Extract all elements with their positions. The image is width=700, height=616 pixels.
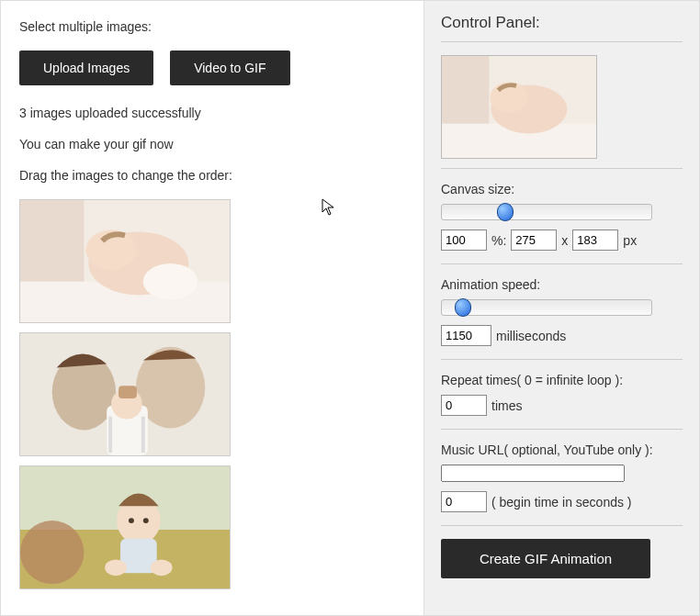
- canvas-size-section: Canvas size: %: x px: [441, 182, 683, 251]
- percent-suffix: %:: [491, 233, 506, 248]
- upload-status: 3 images uploaded successfully: [19, 106, 405, 120]
- animation-speed-section: Animation speed: milliseconds: [441, 277, 683, 346]
- music-label: Music URL( optional, YouTube only ):: [441, 442, 683, 457]
- select-label: Select multiple images:: [19, 19, 405, 34]
- svg-point-21: [105, 559, 127, 576]
- svg-point-5: [143, 263, 198, 299]
- canvas-size-slider[interactable]: [441, 204, 652, 220]
- repeat-section: Repeat times( 0 = infinite loop ): times: [441, 373, 683, 416]
- begin-time-input[interactable]: [441, 491, 487, 512]
- svg-point-19: [143, 518, 149, 523]
- canvas-width-input[interactable]: [511, 230, 557, 251]
- slider-thumb-icon[interactable]: [497, 203, 514, 221]
- svg-rect-11: [119, 386, 137, 398]
- panel-title: Control Panel:: [441, 14, 683, 32]
- divider: [441, 263, 683, 264]
- svg-point-22: [151, 559, 173, 576]
- speed-slider[interactable]: [441, 299, 652, 316]
- create-gif-button[interactable]: Create GIF Animation: [441, 539, 650, 578]
- control-panel: Control Panel: Canvas size: %: x: [423, 1, 699, 615]
- make-hint: You can make your gif now: [19, 137, 405, 151]
- button-row: Upload Images Video to GIF: [19, 50, 405, 85]
- upload-images-button[interactable]: Upload Images: [19, 50, 153, 85]
- thumb-list: [19, 199, 405, 589]
- slider-thumb-icon[interactable]: [455, 298, 471, 317]
- list-item[interactable]: [19, 332, 231, 456]
- video-to-gif-button[interactable]: Video to GIF: [170, 50, 289, 85]
- music-section: Music URL( optional, YouTube only ): ( b…: [441, 442, 683, 512]
- svg-rect-13: [141, 417, 145, 453]
- canvas-percent-input[interactable]: [441, 230, 487, 251]
- left-panel: Select multiple images: Upload Images Vi…: [1, 1, 423, 615]
- canvas-size-label: Canvas size:: [441, 182, 683, 196]
- repeat-unit: times: [491, 398, 522, 413]
- px-label: px: [623, 233, 637, 248]
- svg-rect-12: [108, 417, 112, 453]
- svg-point-16: [20, 521, 84, 584]
- speed-label: Animation speed:: [441, 277, 683, 292]
- divider: [441, 525, 683, 526]
- repeat-input[interactable]: [441, 395, 487, 416]
- divider: [441, 429, 683, 430]
- svg-point-18: [129, 518, 134, 523]
- mult-label: x: [561, 233, 568, 248]
- speed-unit: milliseconds: [496, 329, 566, 343]
- music-url-input[interactable]: [441, 465, 625, 482]
- divider: [441, 359, 683, 360]
- preview-image: [441, 55, 597, 159]
- divider: [441, 168, 683, 169]
- list-item[interactable]: [19, 199, 231, 323]
- begin-label: ( begin time in seconds ): [491, 495, 632, 510]
- repeat-label: Repeat times( 0 = infinite loop ):: [441, 373, 683, 387]
- canvas-height-input[interactable]: [572, 230, 618, 251]
- drag-hint: Drag the images to change the order:: [19, 168, 405, 183]
- speed-input[interactable]: [441, 325, 491, 346]
- divider: [441, 41, 683, 42]
- list-item[interactable]: [19, 465, 231, 589]
